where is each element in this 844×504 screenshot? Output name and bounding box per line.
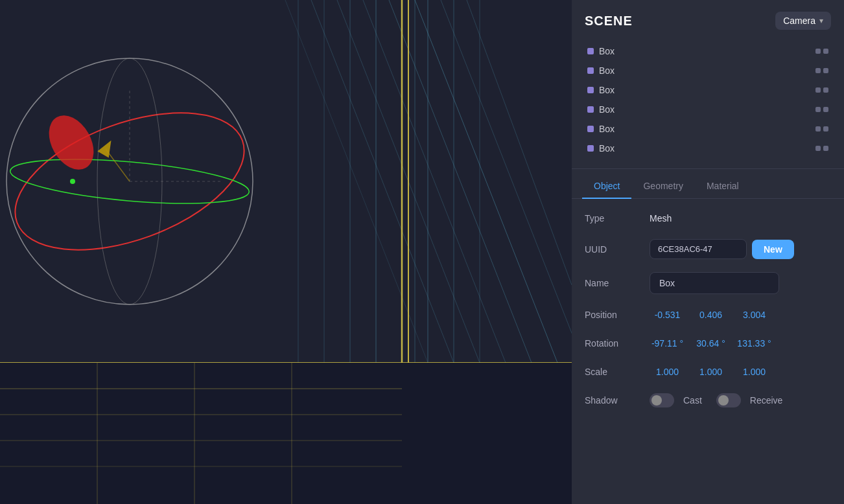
tabs-bar: Object Geometry Material [572, 174, 844, 199]
scale-x[interactable]: 1.000 [650, 367, 685, 377]
list-item[interactable]: Box [582, 80, 834, 100]
chevron-down-icon: ▾ [819, 16, 823, 25]
list-item[interactable]: Box [582, 61, 834, 80]
dot-icon [823, 107, 828, 112]
name-label: Name [585, 278, 650, 288]
receive-toggle[interactable] [716, 393, 741, 407]
tab-material[interactable]: Material [695, 174, 751, 199]
dot-icon [815, 146, 821, 151]
position-y[interactable]: 0.406 [693, 310, 729, 320]
item-actions [815, 87, 828, 93]
uuid-input[interactable] [650, 239, 747, 259]
svg-point-37 [70, 179, 75, 184]
list-item[interactable]: Box [582, 100, 834, 119]
rotation-x[interactable]: -97.11 ° [650, 338, 685, 349]
viewport[interactable] [0, 0, 572, 504]
camera-dropdown[interactable]: Camera ▾ [775, 12, 831, 30]
scene-list: Box Box Box Box [572, 39, 844, 166]
item-actions [815, 126, 828, 132]
type-label: Type [585, 213, 650, 223]
scale-row: Scale 1.000 1.000 1.000 [572, 358, 844, 386]
scene-title: SCENE [585, 14, 633, 29]
list-item[interactable]: Box [582, 41, 834, 61]
uuid-row: UUID New [572, 233, 844, 266]
item-label: Box [599, 85, 810, 95]
item-actions [815, 68, 828, 73]
receive-label: Receive [750, 395, 783, 406]
position-label: Position [585, 310, 650, 320]
position-row: Position -0.531 0.406 3.004 [572, 301, 844, 329]
type-value: Mesh [650, 213, 672, 223]
rotation-label: Rotation [585, 338, 650, 349]
rotation-row: Rotation -97.11 ° 30.64 ° 131.33 ° [572, 329, 844, 358]
shadow-label: Shadow [585, 395, 650, 406]
scale-values: 1.000 1.000 1.000 [650, 367, 772, 377]
name-row: Name [572, 266, 844, 301]
rotation-values: -97.11 ° 30.64 ° 131.33 ° [650, 338, 772, 349]
item-icon [587, 67, 594, 74]
position-values: -0.531 0.406 3.004 [650, 310, 772, 320]
item-icon [587, 145, 594, 152]
scale-z[interactable]: 1.000 [736, 367, 772, 377]
uuid-container: New [650, 239, 831, 259]
dot-icon [823, 49, 828, 54]
item-actions [815, 107, 828, 112]
item-icon [587, 106, 594, 113]
toggle-knob [718, 395, 729, 406]
svg-rect-22 [0, 363, 572, 504]
rotation-y[interactable]: 30.64 ° [693, 338, 729, 349]
item-actions [815, 49, 828, 54]
list-item[interactable]: Box [582, 139, 834, 158]
cast-toggle[interactable] [650, 393, 674, 407]
dot-icon [823, 68, 828, 73]
dot-icon [815, 87, 821, 93]
scale-label: Scale [585, 367, 650, 377]
uuid-label: UUID [585, 244, 650, 255]
dot-icon [815, 126, 821, 132]
position-z[interactable]: 3.004 [736, 310, 772, 320]
shadow-row: Shadow Cast Receive [572, 386, 844, 415]
list-item[interactable]: Box [582, 119, 834, 139]
divider [572, 168, 844, 169]
position-x[interactable]: -0.531 [650, 310, 685, 320]
item-label: Box [599, 104, 810, 115]
tab-geometry[interactable]: Geometry [631, 174, 694, 199]
dot-icon [815, 107, 821, 112]
item-icon [587, 48, 594, 54]
right-panel: SCENE Camera ▾ Box Box Bo [572, 0, 844, 504]
properties-panel: Type Mesh UUID New Name Position -0.531 … [572, 199, 844, 504]
item-actions [815, 146, 828, 151]
item-label: Box [599, 124, 810, 134]
item-icon [587, 87, 594, 93]
toggle-knob [651, 395, 662, 406]
scene-header: SCENE Camera ▾ [572, 0, 844, 39]
type-row: Type Mesh [572, 204, 844, 233]
dot-icon [815, 49, 821, 54]
tab-object[interactable]: Object [582, 174, 631, 199]
scale-y[interactable]: 1.000 [693, 367, 729, 377]
camera-label: Camera [783, 16, 815, 26]
dot-icon [823, 126, 828, 132]
item-label: Box [599, 143, 810, 154]
name-input[interactable] [650, 272, 779, 294]
dot-icon [815, 68, 821, 73]
dot-icon [823, 146, 828, 151]
item-label: Box [599, 65, 810, 76]
item-icon [587, 126, 594, 132]
item-label: Box [599, 46, 810, 56]
rotation-z[interactable]: 131.33 ° [736, 338, 772, 349]
dot-icon [823, 87, 828, 93]
viewport-canvas [0, 0, 572, 504]
cast-label: Cast [683, 395, 702, 406]
new-button[interactable]: New [752, 240, 794, 259]
shadow-container: Cast Receive [650, 393, 831, 407]
